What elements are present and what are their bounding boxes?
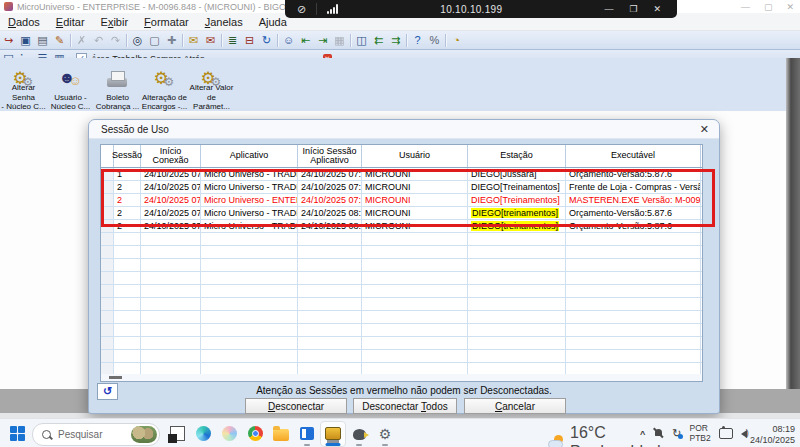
desktop-icon-gears[interactable]: ⚙⚙Alteração de Encargos -...	[141, 68, 188, 111]
desktop-icon-gears[interactable]: ⚙⚙Alterar Valor de Parâmet...	[188, 68, 235, 111]
arrow-out-icon[interactable]: ⇥	[314, 33, 331, 48]
mail-yellow-icon[interactable]: ✉	[185, 33, 202, 48]
scrollbar-thumb[interactable]	[109, 376, 122, 379]
table-row[interactable]: 224/10/2025 07:56Micro Universo - TRADE2…	[101, 220, 702, 233]
tray-chevron-icon[interactable]: ^	[640, 429, 645, 439]
maximize-icon[interactable]: ▢	[764, 2, 773, 12]
cell-inicio_conexao: 24/10/2025 07:56	[141, 181, 201, 193]
blue-window-app-icon[interactable]	[294, 421, 320, 447]
empty-table-row[interactable]	[101, 350, 702, 363]
chrome-icon[interactable]	[242, 421, 268, 447]
row-selector[interactable]	[101, 168, 114, 180]
column-header[interactable]: Início Conexão	[141, 145, 201, 167]
row-selector[interactable]	[101, 220, 114, 232]
search-icon[interactable]: ◎	[129, 33, 146, 48]
dialog-close-icon[interactable]: ✕	[700, 123, 709, 136]
monitor-icon[interactable]: ▣	[17, 33, 34, 48]
row-selector[interactable]	[101, 207, 114, 219]
database-icon[interactable]: ⊟	[241, 33, 258, 48]
task-view-icon[interactable]	[164, 421, 190, 447]
desconectar-todos-button[interactable]: Desconectar Todos	[353, 398, 457, 414]
search-highlight-image[interactable]	[131, 426, 157, 443]
table-scrollbar[interactable]	[101, 374, 702, 381]
minimize-icon[interactable]: —	[741, 2, 750, 12]
touch-keyboard-icon[interactable]	[719, 428, 733, 439]
copilot-icon[interactable]	[216, 421, 242, 447]
menu-item-exibir[interactable]: Exibir	[93, 16, 137, 28]
empty-table-row[interactable]	[101, 272, 702, 285]
percent-icon[interactable]: %	[426, 33, 443, 48]
refresh-data-icon[interactable]: ↻	[258, 33, 275, 48]
file-explorer-icon[interactable]	[268, 421, 294, 447]
menu-item-dados[interactable]: Dados	[0, 16, 48, 28]
session-table[interactable]: SessãoInício ConexãoAplicativoInício Ses…	[100, 144, 703, 382]
column-header[interactable]: Usuário	[362, 145, 468, 167]
help-icon[interactable]: ?	[409, 33, 426, 48]
cancelar-button[interactable]: Cancelar	[464, 398, 566, 414]
empty-table-row[interactable]	[101, 285, 702, 298]
bird-app-icon[interactable]	[346, 421, 372, 447]
arrow-in-icon[interactable]: ⇤	[297, 33, 314, 48]
search-input[interactable]: Pesquisar	[32, 423, 160, 446]
language-indicator[interactable]: POR PTB2	[689, 424, 710, 444]
menu-item-editar[interactable]: Editar	[48, 16, 93, 28]
microuniverso-app-icon[interactable]	[320, 421, 346, 447]
empty-table-row[interactable]	[101, 324, 702, 337]
column-header[interactable]: Executável	[566, 145, 701, 167]
table-row[interactable]: 224/10/2025 07:56Micro Universo - ENTERP…	[101, 194, 702, 207]
undo-icon[interactable]: ↶	[90, 33, 107, 48]
monitor-user-icon[interactable]: ◫	[353, 33, 370, 48]
arrow-out2-icon[interactable]: ⇉	[387, 33, 404, 48]
sync-icon[interactable]: ↻	[672, 428, 681, 439]
column-header[interactable]: Estação	[468, 145, 566, 167]
remote-minimize-icon[interactable]: —	[604, 4, 613, 14]
desktop-icon-printer[interactable]: Boleto Cobrança ...	[94, 68, 141, 111]
clock-widget[interactable]: 08:19 24/10/2025	[750, 424, 795, 447]
clock-icon[interactable]: ◔	[448, 33, 465, 48]
dialog-titlebar[interactable]: Sessão de Uso ✕	[89, 120, 719, 139]
empty-table-row[interactable]	[101, 233, 702, 246]
redo-icon[interactable]: ↷	[107, 33, 124, 48]
desktop-icon-users[interactable]: ☻☺Usuário - Núcleo C...	[47, 68, 94, 111]
empty-table-row[interactable]	[101, 337, 702, 350]
print-icon[interactable]: ▤	[34, 33, 51, 48]
start-button[interactable]	[10, 426, 25, 441]
desktop-icon-gears[interactable]: ⚙⚙Alterar Senha - Núcleo C...	[0, 68, 47, 111]
edge-icon[interactable]	[190, 421, 216, 447]
empty-table-row[interactable]	[101, 246, 702, 259]
row-selector[interactable]	[101, 194, 114, 206]
settings-gear-icon[interactable]: ⚙	[372, 421, 398, 447]
table-row[interactable]: 224/10/2025 07:56Micro Universo - TRADE2…	[101, 207, 702, 220]
empty-table-row[interactable]	[101, 259, 702, 272]
mail-send-icon[interactable]: ✉	[202, 33, 219, 48]
close-icon[interactable]: ✕	[786, 2, 794, 12]
column-header[interactable]: Aplicativo	[201, 145, 298, 167]
tree-icon[interactable]: ≣	[224, 33, 241, 48]
cell-inicio_conexao: 24/10/2025 07:56	[141, 220, 201, 232]
delete-icon[interactable]: ✗	[73, 33, 90, 48]
arrow-in2-icon[interactable]: ⇇	[370, 33, 387, 48]
save-icon[interactable]: ▦	[331, 33, 348, 48]
column-header[interactable]: Sessão	[114, 145, 141, 167]
menu-item-formatar[interactable]: Formatar	[136, 16, 197, 28]
user-calc-icon[interactable]: ☺	[280, 33, 297, 48]
disabled-feature-icon[interactable]: ⊘	[297, 3, 306, 16]
table-row[interactable]: 224/10/2025 07:56Micro Universo - TRADE2…	[101, 181, 702, 194]
exit-icon[interactable]: ↪	[0, 33, 17, 48]
menu-item-janelas[interactable]: Janelas	[197, 16, 251, 28]
table-row[interactable]: 124/10/2025 07:51Micro Universo - TRADE2…	[101, 168, 702, 181]
window-icon[interactable]: ▢	[146, 33, 163, 48]
desconectar-button[interactable]: Desconectar	[245, 398, 347, 414]
remote-maximize-icon[interactable]: ❐	[629, 4, 637, 14]
column-header[interactable]: Início Sessão Aplicativo	[298, 145, 362, 167]
empty-table-row[interactable]	[101, 298, 702, 311]
empty-table-row[interactable]	[101, 311, 702, 324]
do-not-disturb-icon[interactable]	[653, 428, 664, 439]
edit-filter-icon[interactable]: ✎	[51, 33, 68, 48]
move-icon[interactable]: ✚	[163, 33, 180, 48]
speaker-icon[interactable]	[741, 430, 747, 438]
cell-aplicativo: Micro Universo - TRADE	[201, 220, 298, 232]
remote-close-icon[interactable]: ✕	[653, 4, 661, 14]
cell-inicio_sessao: 24/10/2025 07:51	[298, 168, 362, 180]
row-selector[interactable]	[101, 181, 114, 193]
